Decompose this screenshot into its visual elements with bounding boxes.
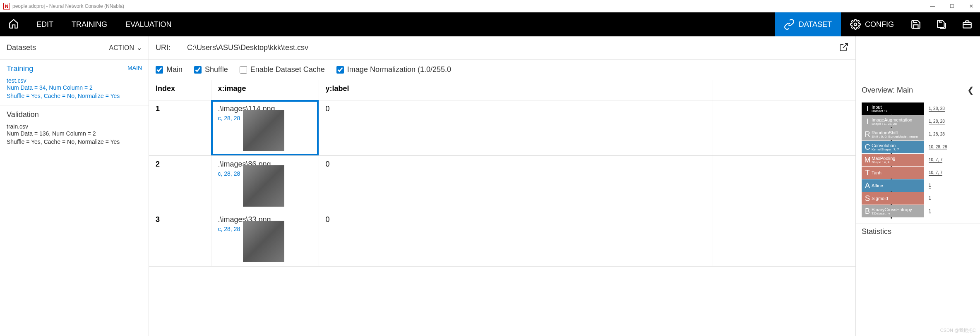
layer-sub: Shape : 1, 28, 28 <box>872 122 912 126</box>
checkbox-main[interactable]: Main <box>156 65 183 74</box>
layer-shape: 1 <box>929 196 931 201</box>
layer-letter: A <box>863 181 872 190</box>
statistics-title: Statistics <box>856 224 980 239</box>
layer-box: A Affine <box>862 179 924 192</box>
layer-affine[interactable]: A Affine 1 <box>862 179 974 192</box>
chevron-down-icon: ⌄ <box>137 44 142 52</box>
save-button[interactable] <box>903 12 929 36</box>
layer-letter: C <box>863 143 872 152</box>
cell-image[interactable]: .\images\114.png c, 28, 28 <box>211 100 319 155</box>
dataset-name: Training <box>7 64 142 73</box>
layer-name: Tanh <box>872 171 882 175</box>
layer-convolution[interactable]: C Convolution KernelShape : 7, 7 10, 28,… <box>862 141 974 153</box>
uri-path: C:\Users\ASUS\Desktop\kkk\test.csv <box>187 43 308 52</box>
layer-sub: Shift : 0, 0, BorderMode : neare <box>872 135 918 138</box>
layer-sub: KernelShape : 7, 7 <box>872 148 899 151</box>
layer-shape: 10, 7, 7 <box>929 157 942 163</box>
titlebar: N people.sdcproj - Neural Network Consol… <box>0 0 980 12</box>
overview-title-row: Overview: Main ❮ <box>856 80 980 100</box>
layer-name: Convolution <box>872 143 899 148</box>
overview-title: Overview: Main <box>862 86 913 95</box>
layer-box: I Input Dataset : x <box>862 102 924 115</box>
window-controls: — ☐ ✕ <box>927 3 977 9</box>
layer-letter: S <box>863 194 872 203</box>
checkbox-shuffle[interactable]: Shuffle <box>194 65 228 74</box>
layer-maxpooling[interactable]: M MaxPooling Shape : 4, 4 10, 7, 7 <box>862 154 974 166</box>
action-dropdown[interactable]: ACTION ⌄ <box>109 44 142 52</box>
layer-name: Input <box>872 105 887 110</box>
tab-training[interactable]: TRAINING <box>62 12 116 36</box>
app-icon: N <box>3 3 10 10</box>
tab-dataset[interactable]: DATASET <box>775 12 841 36</box>
home-button[interactable] <box>0 18 27 31</box>
dataset-meta1: Num Data = 34, Num Column = 2 <box>7 84 142 92</box>
layer-binarycrossentropy[interactable]: B BinaryCrossEntropy T.Dataset : y 1 <box>862 205 974 217</box>
maximize-button[interactable]: ☐ <box>946 3 958 9</box>
data-table-wrap[interactable]: Index x:image y:label 1 .\images\114.png… <box>149 80 855 336</box>
collapse-button[interactable]: ❮ <box>967 85 974 95</box>
layer-sigmoid[interactable]: S Sigmoid 1 <box>862 192 974 205</box>
watermark: CSDN @我把把C <box>940 327 976 334</box>
layer-shape: 1, 28, 28 <box>929 106 945 112</box>
cell-image[interactable]: .\images\33.png c, 28, 28 <box>211 211 319 266</box>
layer-name: ImageAugmentation <box>872 118 912 122</box>
cell-index: 2 <box>149 155 211 211</box>
dataset-training[interactable]: MAIN Training test.csv Num Data = 34, Nu… <box>0 60 149 105</box>
overview-panel: Overview: Main ❮ I Input Dataset : x 1, … <box>856 36 980 336</box>
layer-shape: 1 <box>929 183 931 188</box>
sidebar: Datasets ACTION ⌄ MAIN Training test.csv… <box>0 36 149 336</box>
layer-shape: 10, 28, 28 <box>929 145 947 150</box>
col-y: y:label <box>319 80 713 100</box>
content-area: URI: C:\Users\ASUS\Desktop\kkk\test.csv … <box>149 36 856 336</box>
svg-point-0 <box>854 23 857 26</box>
window-title: people.sdcproj - Neural Network Console … <box>12 3 124 9</box>
network-graph[interactable]: I Input Dataset : x 1, 28, 28 I ImageAug… <box>856 100 980 220</box>
layer-input[interactable]: I Input Dataset : x 1, 28, 28 <box>862 102 974 115</box>
sidebar-header: Datasets ACTION ⌄ <box>0 36 149 60</box>
dataset-file: test.csv <box>7 77 142 84</box>
col-x: x:image <box>211 80 319 100</box>
layer-tanh[interactable]: T Tanh 10, 7, 7 <box>862 167 974 179</box>
checkbox-normalize[interactable]: Image Normalization (1.0/255.0 <box>336 65 451 74</box>
save-all-button[interactable] <box>929 12 954 36</box>
layer-shape: 1, 28, 28 <box>929 132 945 137</box>
toolbox-button[interactable] <box>954 12 980 36</box>
col-index: Index <box>149 80 211 100</box>
layer-shape: 10, 7, 7 <box>929 170 942 176</box>
layer-name: MaxPooling <box>872 156 895 161</box>
layer-shape: 1 <box>929 209 931 214</box>
layer-name: Sigmoid <box>872 196 888 201</box>
table-row[interactable]: 2 .\images\86.png c, 28, 28 0 <box>149 155 855 211</box>
open-external-button[interactable] <box>839 42 849 54</box>
dataset-meta2: Shuffle = Yes, Cache = No, Normalize = Y… <box>7 138 142 146</box>
cell-label: 0 <box>319 155 713 211</box>
tab-edit[interactable]: EDIT <box>27 12 62 36</box>
main-area: Datasets ACTION ⌄ MAIN Training test.csv… <box>0 36 980 336</box>
layer-name: BinaryCrossEntropy <box>872 207 912 212</box>
layer-box: C Convolution KernelShape : 7, 7 <box>862 141 924 153</box>
checkbox-cache[interactable]: Enable Dataset Cache <box>240 65 325 74</box>
table-row[interactable]: 3 .\images\33.png c, 28, 28 0 <box>149 211 855 266</box>
layer-name: RandomShift <box>872 131 918 135</box>
layer-box: B BinaryCrossEntropy T.Dataset : y <box>862 205 924 217</box>
layer-randomshift[interactable]: R RandomShift Shift : 0, 0, BorderMode :… <box>862 128 974 141</box>
tab-evaluation[interactable]: EVALUATION <box>116 12 180 36</box>
table-row[interactable]: 1 .\images\114.png c, 28, 28 0 <box>149 100 855 155</box>
cell-label: 0 <box>319 211 713 266</box>
layer-imageaugmentation[interactable]: I ImageAugmentation Shape : 1, 28, 28 1,… <box>862 115 974 128</box>
dataset-file: train.csv <box>7 123 142 130</box>
image-thumbnail <box>243 221 284 262</box>
close-button[interactable]: ✕ <box>966 3 977 9</box>
tab-config[interactable]: CONFIG <box>841 12 903 36</box>
minimize-button[interactable]: — <box>927 3 938 9</box>
layer-name: Affine <box>872 183 883 188</box>
svg-line-2 <box>843 43 848 48</box>
cell-image[interactable]: .\images\86.png c, 28, 28 <box>211 155 319 211</box>
dataset-meta1: Num Data = 136, Num Column = 2 <box>7 130 142 138</box>
layer-letter: M <box>863 156 872 164</box>
cell-index: 1 <box>149 100 211 155</box>
layer-letter: B <box>863 207 872 216</box>
data-table: Index x:image y:label 1 .\images\114.png… <box>149 80 855 267</box>
dataset-validation[interactable]: Validation train.csv Num Data = 136, Num… <box>0 105 149 151</box>
layer-box: R RandomShift Shift : 0, 0, BorderMode :… <box>862 128 924 141</box>
